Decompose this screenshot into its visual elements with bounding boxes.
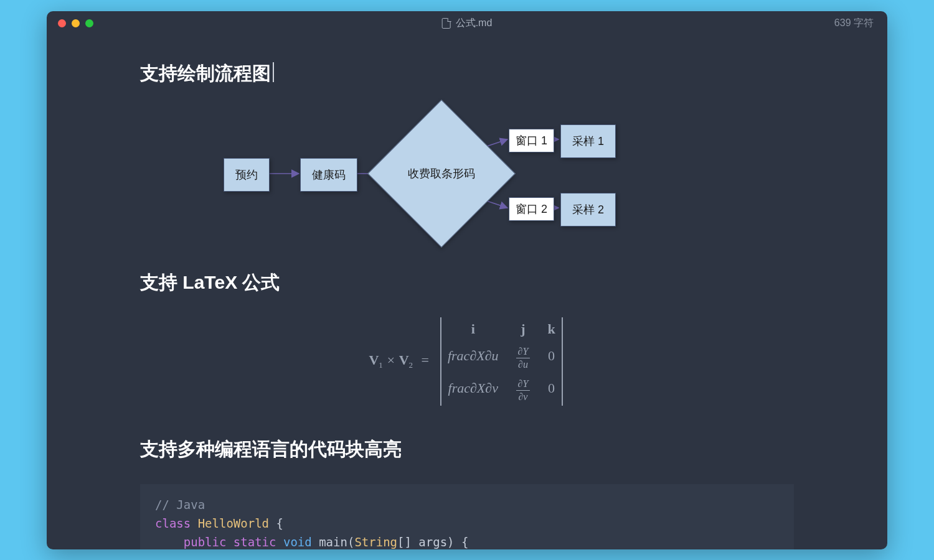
latex-eq: = [422, 352, 429, 368]
latex-formula: V1 × V2 = i j k frac∂X∂u ∂Y∂u 0 frac∂X∂v [140, 317, 794, 406]
flow-node-healthcode: 健康码 [300, 158, 357, 192]
heading-codeblock: 支持多种编程语言的代码块高亮 [140, 437, 794, 462]
character-count: 639 字符 [834, 17, 874, 30]
latex-matrix: i j k frac∂X∂u ∂Y∂u 0 frac∂X∂v ∂Y∂v 0 [438, 317, 565, 406]
latex-times: × [386, 352, 395, 368]
latex-v2: V [399, 352, 409, 368]
latex-v1: V [369, 352, 379, 368]
minimize-icon[interactable] [72, 19, 80, 27]
flow-branch-window1: 窗口 1 [509, 129, 554, 152]
window-controls [58, 19, 93, 27]
editor-window: 公式.md 639 字符 支持绘制流程图 [47, 11, 887, 549]
document-content[interactable]: 支持绘制流程图 预约 [47, 36, 887, 549]
window-title: 公式.md [442, 17, 493, 30]
titlebar: 公式.md 639 字符 [47, 11, 887, 36]
flowchart: 预约 健康码 收费取条形码 窗口 1 窗口 2 采样 1 采样 2 [209, 108, 725, 239]
zoom-icon[interactable] [85, 19, 93, 27]
flow-node-sample1: 采样 1 [560, 124, 616, 158]
file-icon [442, 18, 451, 29]
flow-node-reserve: 预约 [224, 158, 270, 192]
heading-latex: 支持 LaTeX 公式 [140, 270, 794, 296]
close-icon[interactable] [58, 19, 66, 27]
flow-branch-window2: 窗口 2 [509, 197, 554, 221]
flow-node-decision-label: 收费取条形码 [389, 121, 494, 226]
code-comment: // Java [155, 498, 205, 511]
flow-node-decision: 收费取条形码 [389, 121, 494, 226]
filename: 公式.md [456, 17, 493, 30]
heading-flowchart: 支持绘制流程图 [140, 61, 794, 86]
flow-node-sample2: 采样 2 [560, 193, 616, 226]
code-block[interactable]: // Java class HelloWorld { public static… [140, 484, 794, 549]
